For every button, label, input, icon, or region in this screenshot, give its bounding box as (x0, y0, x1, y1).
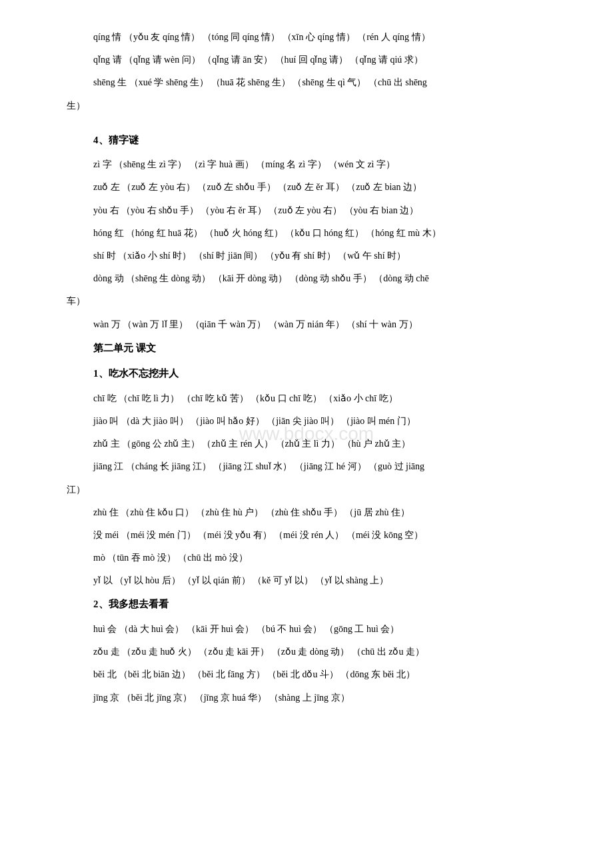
blank-line (67, 118, 560, 129)
line-l23: huì 会 （dà 大 huì 会） （kāi 开 huì 会） （bú 不 h… (93, 619, 560, 640)
line-l15: jiào 叫 （dà 大 jiào 叫） （jiào 叫 hǎo 好） （jiā… (93, 411, 560, 432)
line-l9: shí 时 （xiǎo 小 shí 时） （shí 时 jiān 间） （yǒu… (93, 245, 560, 267)
line-l24: zǒu 走 （zǒu 走 huǒ 火） （zǒu 走 kāi 开） （zǒu 走… (93, 641, 560, 663)
line-l18: zhù 住 （zhù 住 kǒu 口） （zhù 住 hù 户） （zhù 住 … (93, 502, 560, 523)
line-l11: wàn 万 （wàn 万 lǐ 里） （qiān 千 wàn 万） （wàn 万… (93, 314, 560, 335)
line-l8: hóng 红 （hóng 红 huā 花） （huǒ 火 hóng 红） （kǒ… (93, 223, 560, 244)
line-l3b: 生） (67, 95, 560, 117)
line-l16: zhǔ 主 （gōng 公 zhǔ 主） （zhǔ 主 rén 人） （zhǔ … (93, 433, 560, 455)
line-l20: mò （tūn 吞 mò 没） （chū 出 mò 没） (93, 547, 560, 569)
line-l5: zì 字 （shēng 生 zì 字） （zì 字 huà 画） （míng 名… (93, 154, 560, 175)
line-l3a: shēng 生 （xué 学 shēng 生） （huā 花 shēng 生） … (93, 72, 560, 93)
line-l13: 1、吃水不忘挖井人 (93, 362, 560, 385)
line-l7: yòu 右 （yòu 右 shǒu 手） （yòu 右 ěr 耳） （zuǒ 左… (93, 200, 560, 221)
line-l1: qíng 情 （yǒu 友 qíng 情） （tóng 同 qíng 情） （x… (93, 27, 560, 48)
line-l10a: dòng 动 （shēng 生 dòng 动） （kāi 开 dòng 动） （… (93, 268, 560, 289)
line-l12: 第二单元 课文 (93, 337, 560, 360)
line-l26: jīng 京 （běi 北 jīng 京） （jīng 京 huá 华） （sh… (93, 687, 560, 709)
line-l22: 2、我多想去看看 (93, 593, 560, 616)
line-l21: yǐ 以 （yǐ 以 hòu 后） （yǐ 以 qián 前） （kě 可 yǐ… (93, 570, 560, 591)
line-l10b: 车） (67, 291, 560, 312)
line-l25: běi 北 （běi 北 biān 边） （běi 北 fāng 方） （běi… (93, 664, 560, 685)
line-l14: chī 吃 （chī 吃 lì 力） （chī 吃 kǔ 苦） （kǒu 口 c… (93, 388, 560, 409)
line-l19: 没 méi （méi 没 mén 门） （méi 没 yǒu 有） （méi 没… (93, 525, 560, 546)
line-l2: qǐng 请 （qǐng 请 wèn 问） （qǐng 请 ān 安） （huí… (93, 49, 560, 71)
main-content: qíng 情 （yǒu 友 qíng 情） （tóng 同 qíng 情） （x… (67, 27, 560, 709)
line-l17a: jiāng 江 （cháng 长 jiāng 江） （jiāng 江 shuǐ … (93, 456, 560, 477)
line-l4: 4、猜字谜 (93, 129, 560, 152)
line-l6: zuǒ 左 （zuǒ 左 yòu 右） （zuǒ 左 shǒu 手） （zuǒ … (93, 177, 560, 198)
line-l17b: 江） (67, 479, 560, 501)
